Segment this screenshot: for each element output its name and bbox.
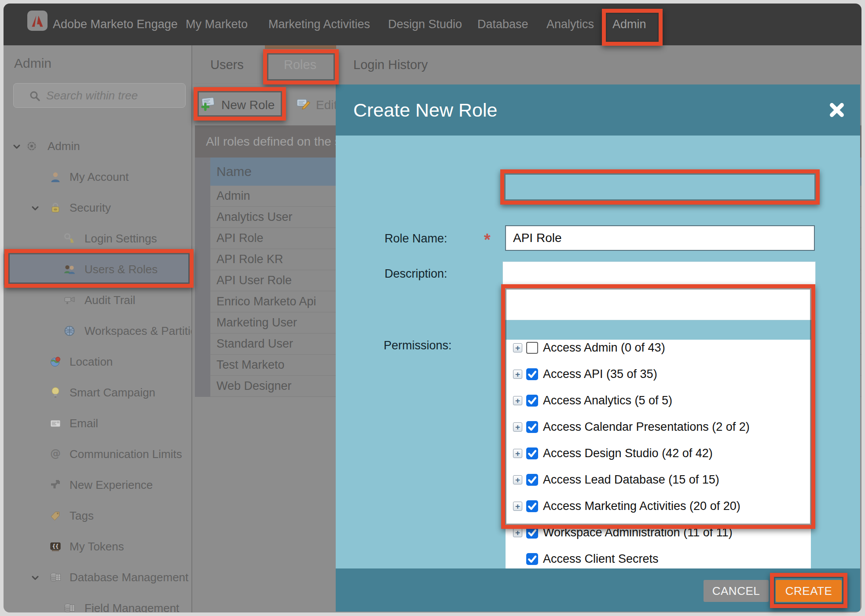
checkbox-checked[interactable] (526, 395, 538, 407)
modal-body: Role Name: Description: Permissions: * +… (336, 136, 860, 568)
permission-label: Access API (35 of 35) (543, 366, 657, 382)
tab-users[interactable]: Users (210, 45, 244, 84)
checkbox-checked[interactable] (526, 527, 538, 539)
table-gutter (195, 158, 210, 397)
expand-plus-icon[interactable]: + (513, 422, 522, 432)
sidebar-item-label: Workspaces & Partitions (84, 315, 192, 346)
nav-item-my-marketo[interactable]: My Marketo (186, 4, 248, 45)
expand-plus-icon[interactable]: + (513, 370, 522, 379)
nav-item-design-studio[interactable]: Design Studio (388, 4, 462, 45)
nav-item-analytics[interactable]: Analytics (546, 4, 594, 45)
sidebar-item-location[interactable]: Location (4, 346, 192, 377)
permission-row-access-admin-0-of-43: +Access Admin (0 of 43) (506, 340, 811, 356)
permission-row-access-design-studio-42-of-42: +Access Design Studio (42 of 42) (506, 445, 811, 461)
sidebar-item-label: Audit Trail (84, 285, 136, 315)
at-icon: @ (49, 448, 62, 460)
field-icon (63, 602, 76, 612)
nav-item-admin[interactable]: Admin (612, 4, 646, 45)
expand-plus-icon[interactable]: + (513, 396, 522, 405)
permission-row-access-client-secrets: Access Client Secrets (506, 551, 811, 567)
sidebar-item-field-management[interactable]: Field Management (4, 593, 192, 612)
expand-plus-icon[interactable]: + (513, 528, 522, 537)
lock-icon (49, 202, 62, 214)
checkbox-checked[interactable] (526, 421, 538, 433)
sidebar-item-label: Tags (70, 500, 94, 531)
sidebar-item-label: Admin (48, 131, 80, 161)
tag-icon (49, 510, 62, 522)
sidebar-item-smart-campaign[interactable]: Smart Campaign (4, 377, 192, 408)
tree-search-box[interactable] (13, 83, 186, 108)
role-name-label: Role Name: (385, 232, 447, 246)
sidebar-item-login-settings[interactable]: Login Settings (4, 223, 192, 254)
tab-login-history[interactable]: Login History (353, 45, 428, 84)
checkbox-checked[interactable] (526, 447, 538, 459)
bulb-icon (49, 386, 62, 399)
sidebar-item-email[interactable]: Email (4, 408, 192, 439)
permission-label: Access Client Secrets (543, 551, 659, 567)
sidebar-item-label: Location (70, 346, 113, 377)
permission-label: Access Design Studio (42 of 42) (543, 445, 713, 461)
sidebar-item-label: Database Management (70, 562, 188, 593)
sidebar-item-label: New Experience (70, 469, 153, 500)
expand-plus-icon[interactable]: + (513, 449, 522, 458)
sidebar-item-database-management[interactable]: Database Management (4, 562, 192, 593)
expand-plus-icon[interactable]: + (513, 502, 522, 511)
nav-item-marketing-activities[interactable]: Marketing Activities (268, 4, 370, 45)
arrow-icon (49, 479, 62, 491)
checkbox-checked[interactable] (526, 500, 538, 512)
description-input[interactable] (502, 261, 816, 320)
sidebar-item-security[interactable]: Security (4, 192, 192, 223)
checkbox-unchecked[interactable] (526, 342, 538, 354)
sidebar-item-my-tokens[interactable]: {{My Tokens (4, 531, 192, 562)
permission-label: Access Calendar Presentations (2 of 2) (543, 419, 750, 435)
search-input[interactable] (46, 85, 178, 106)
expand-plus-icon[interactable]: + (513, 343, 522, 352)
chevron-down-icon[interactable] (30, 572, 40, 583)
permission-label: Access Lead Database (15 of 15) (543, 472, 719, 488)
users-icon (63, 263, 76, 275)
checkbox-checked[interactable] (526, 553, 538, 565)
edit-icon (296, 96, 312, 114)
gear-icon (26, 140, 38, 152)
sidebar-item-audit-trail[interactable]: Audit Trail (4, 285, 192, 315)
checkbox-checked[interactable] (526, 368, 538, 380)
chevron-down-icon[interactable] (30, 203, 40, 213)
cancel-button[interactable]: CANCEL (704, 580, 769, 602)
sidebar-item-my-account[interactable]: My Account (4, 161, 192, 192)
role-name-input[interactable] (505, 225, 815, 251)
search-icon (29, 90, 41, 104)
sidebar-item-new-experience[interactable]: New Experience (4, 469, 192, 500)
sidebar-item-label: Security (70, 192, 111, 223)
admin-sidebar: Admin AdminMy AccountSecurityLogin Setti… (4, 45, 192, 612)
database-icon (49, 571, 62, 583)
new-role-icon (200, 96, 217, 114)
keys-icon (63, 232, 76, 245)
sidebar-item-tags[interactable]: Tags (4, 500, 192, 531)
adobe-logo[interactable] (27, 11, 48, 31)
close-icon[interactable] (829, 103, 844, 117)
create-button[interactable]: CREATE (776, 580, 842, 602)
sidebar-item-workspaces-partitions[interactable]: Workspaces & Partitions (4, 315, 192, 346)
adobe-a-icon (30, 14, 44, 28)
permission-row-workspace-administration-11-of-11: +Workspace Administration (11 of 11) (506, 524, 811, 540)
svg-text:{{: {{ (52, 543, 59, 550)
nav-item-database[interactable]: Database (477, 4, 528, 45)
modal-footer: CANCEL CREATE (336, 568, 860, 612)
sidebar-item-admin[interactable]: Admin (4, 131, 192, 161)
tab-roles[interactable]: Roles (284, 45, 316, 84)
description-label: Description: (385, 267, 447, 281)
sidebar-item-label: My Tokens (70, 531, 124, 562)
sidebar-item-label: Smart Campaign (70, 377, 155, 408)
checkbox-checked[interactable] (526, 474, 538, 486)
sidebar-item-users-roles[interactable]: Users & Roles (4, 254, 192, 285)
sidebar-item-label: Communication Limits (70, 439, 182, 469)
permission-label: Access Analytics (5 of 5) (543, 392, 672, 408)
chevron-down-icon[interactable] (11, 141, 22, 152)
permission-label: Access Marketing Activities (20 of 20) (543, 498, 740, 514)
expand-plus-icon[interactable]: + (513, 475, 522, 484)
edit-role-button[interactable]: Edit (296, 84, 337, 125)
permission-row-access-calendar-presentations-2-of-2: +Access Calendar Presentations (2 of 2) (506, 419, 811, 435)
new-role-button[interactable]: New Role (200, 84, 275, 125)
brand-title: Adobe Marketo Engage (53, 4, 178, 45)
sidebar-item-communication-limits[interactable]: @Communication Limits (4, 439, 192, 469)
